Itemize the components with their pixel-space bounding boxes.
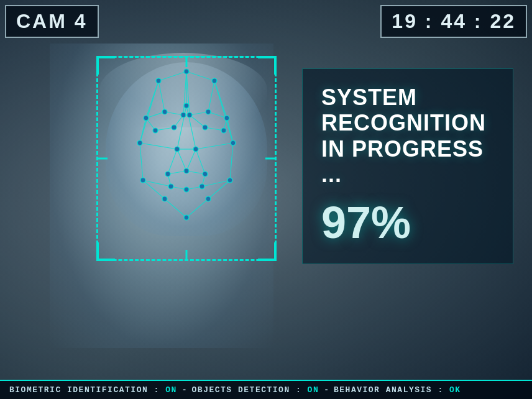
objects-label: OBJECTS DETECTION: [192, 385, 290, 395]
behavior-label: BEHAVIOR ANALYSIS: [334, 385, 432, 395]
corner-tl: [96, 56, 115, 75]
separator-1: -: [182, 385, 187, 395]
info-panel: SYSTEM RECOGNITION IN PROGRESS ... 97%: [302, 68, 513, 264]
tick-top: [186, 56, 188, 67]
biometric-value: ON: [165, 385, 177, 395]
tick-bottom: [186, 250, 188, 261]
behavior-separator: :: [432, 385, 449, 395]
corner-tr: [258, 56, 277, 75]
scan-line: [96, 56, 277, 57]
tick-right: [265, 158, 277, 160]
objects-separator: :: [290, 385, 308, 395]
behavior-value: OK: [449, 385, 461, 395]
recognition-status-text: SYSTEM RECOGNITION IN PROGRESS ...: [321, 85, 494, 188]
corner-bl: [96, 242, 115, 261]
camera-label: CAM 4: [5, 5, 99, 38]
corner-br: [258, 242, 277, 261]
objects-value: ON: [308, 385, 319, 395]
main-container: SYSTEM RECOGNITION IN PROGRESS ... 97% C…: [0, 0, 532, 399]
progress-percentage: 97%: [321, 200, 494, 245]
tick-left: [96, 158, 108, 160]
face-recognition-box: [96, 56, 277, 261]
status-bar: BIOMETRIC IDENTIFICATION : ON - OBJECTS …: [0, 380, 532, 399]
timestamp: 19 : 44 : 22: [380, 5, 527, 38]
biometric-label: BIOMETRIC IDENTIFICATION: [9, 385, 148, 395]
biometric-separator: :: [148, 385, 165, 395]
separator-2: -: [324, 385, 329, 395]
